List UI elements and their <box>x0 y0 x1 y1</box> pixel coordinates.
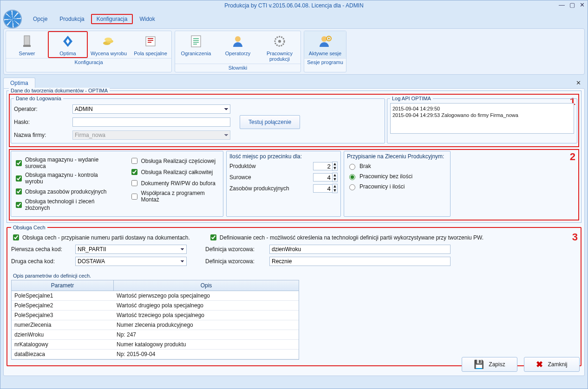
chk-option[interactable]: Obsługa Realizacji częściowej <box>130 156 220 165</box>
tab-close-icon[interactable]: ✕ <box>576 79 581 86</box>
ogran-button-icon <box>189 34 203 49</box>
menu-produkcja[interactable]: Produkcja <box>54 14 90 24</box>
chk-option[interactable]: Obsługa magazynu - wydanie surowca <box>14 156 116 169</box>
druga-cecha-combo[interactable]: DOSTAWA <box>75 257 187 266</box>
checkbox[interactable] <box>131 194 137 200</box>
radio[interactable] <box>349 164 355 170</box>
table-row[interactable]: numerZleceniaNumer zlecenia produkcyjneg… <box>12 320 299 330</box>
cell-opis: Numer katalogowy produktu <box>114 340 299 349</box>
ribbon-group-konfiguracja: Konfiguracja <box>6 58 171 66</box>
lbl-def1: Definicja wzorcowa: <box>205 246 266 253</box>
svg-rect-1 <box>23 45 31 47</box>
decimals-legend: Ilość miejsc po przecinku dla: <box>229 153 338 160</box>
checkbox[interactable] <box>131 180 137 186</box>
radio-option[interactable]: Pracownicy i ilości <box>347 183 447 190</box>
fs-params: Opis parametrów do definicji cech. Param… <box>11 271 577 360</box>
table-row[interactable]: PoleSpecjalne1Wartość pierwszego pola sp… <box>12 291 299 301</box>
decimal-input[interactable] <box>313 162 333 170</box>
fs-cech: Obsługa Cech 3 Obsługa cech - przypisani… <box>7 225 581 366</box>
log-body: 2015-09-04 14:29:502015-09-04 14:29:53 Z… <box>390 103 574 134</box>
annotation-3: 3 <box>572 231 578 243</box>
fs-outer-legend: Dane do tworzenia dokumentów - OPTIMA <box>9 88 110 93</box>
menu-widok[interactable]: Widok <box>134 14 160 24</box>
radio-option[interactable]: Brak <box>347 162 447 170</box>
menu-konfiguracja[interactable]: Konfiguracja <box>91 14 133 24</box>
chk-option[interactable]: Obsługa technologii i zleceń złożonych <box>14 198 116 211</box>
table-row[interactable]: dzienWrokuNp: 247 <box>12 330 299 340</box>
oper-button[interactable]: Operatorzy <box>217 31 259 64</box>
table-row[interactable]: PoleSpecjalne3Wartość trzeciego pola spe… <box>12 311 299 320</box>
lbl-operator: Operator: <box>14 106 70 112</box>
spin-buttons[interactable]: ▲▼ <box>332 184 338 193</box>
table-row[interactable]: PoleSpecjalne2Wartość drugiego pola spec… <box>12 301 299 311</box>
cell-opis: Wartość pierwszego pola specjalnego <box>114 291 299 300</box>
maximize-icon[interactable]: ▢ <box>569 2 575 8</box>
chk-option[interactable]: Obsługa Realizacji całkowitej <box>130 168 220 176</box>
optima-button[interactable]: Optima <box>48 31 88 58</box>
chk-option[interactable]: Obsługa zasobów produkcyjnych <box>14 187 116 196</box>
cell-opis: Wartość drugiego pola specjalnego <box>114 301 299 310</box>
decimal-spinner[interactable]: ▲▼ <box>313 162 338 171</box>
def1-input[interactable] <box>269 245 451 254</box>
checkbox[interactable] <box>16 188 22 194</box>
haslo-input[interactable] <box>72 117 230 127</box>
cell-param: numerZlecenia <box>12 320 114 330</box>
chk-cech-2[interactable] <box>210 234 216 240</box>
ribbon-group-słowniki: Słowniki <box>175 64 301 72</box>
oper-button-icon <box>230 34 245 49</box>
operator-combo[interactable]: ADMIN <box>72 104 230 114</box>
col-opis[interactable]: Opis <box>114 280 299 291</box>
sesje-button[interactable]: Aktywne sesje <box>304 31 346 58</box>
fs-log: Log API OPTIMA 2015-09-04 14:29:502015-0… <box>387 96 577 143</box>
lbl-def2: Definicja wzorcowa: <box>205 258 266 265</box>
radio[interactable] <box>349 184 355 190</box>
save-button[interactable]: 💾 Zapisz <box>462 357 517 372</box>
checkbox[interactable] <box>16 202 22 208</box>
app-window: Produkcja by CTI v.2015.06.04.08. Licenc… <box>0 0 588 389</box>
test-connection-button[interactable]: Testuj połączenie <box>240 115 300 129</box>
close-button[interactable]: ✖ Zamknij <box>524 357 580 372</box>
cell-param: PoleSpecjalne1 <box>12 291 114 300</box>
col-parametr[interactable]: Parametr <box>12 280 114 291</box>
serwer-button[interactable]: Serwer <box>6 31 48 58</box>
svg-rect-0 <box>24 36 30 45</box>
chk-option[interactable]: Obsługa magazynu - kontrola wyrobu <box>14 172 116 185</box>
spin-buttons[interactable]: ▲▼ <box>332 173 338 182</box>
chk-cech-definiowanie[interactable]: Definiowanie cech - możliwość określenia… <box>209 233 483 242</box>
app-logo-icon <box>3 10 22 28</box>
checkbox[interactable] <box>131 158 137 164</box>
radio-option[interactable]: Pracownicy bez ilości <box>347 173 447 180</box>
wycena-button[interactable]: Wycena wyrobu <box>88 31 130 58</box>
nazwa-firmy-combo[interactable]: Firma_nowa <box>72 130 230 140</box>
tab-optima[interactable]: Optima <box>3 78 35 88</box>
checkbox[interactable] <box>131 169 137 175</box>
decimal-spinner[interactable]: ▲▼ <box>313 184 338 193</box>
menu-bar: OpcjeProdukcjaKonfiguracjaWidok <box>27 14 161 24</box>
pola-button[interactable]: Pola specjalne <box>130 31 171 58</box>
cell-param: dataBiezaca <box>12 350 114 359</box>
fs-decimals: Ilość miejsc po przecinku dla: Produktów… <box>226 151 341 217</box>
chk-option[interactable]: Dokumenty RW/PW do bufora <box>130 179 220 188</box>
radio[interactable] <box>349 174 355 180</box>
svg-point-9 <box>278 40 281 43</box>
ribbon-group-sesje programu: Sesje programu <box>304 58 346 66</box>
pierwsza-cecha-combo[interactable]: NR_PARTII <box>75 245 187 254</box>
chk-cech-przypisanie[interactable]: Obsługa cech - przypisanie numeru partii… <box>11 233 190 242</box>
decimal-spinner[interactable]: ▲▼ <box>313 173 338 182</box>
checkbox[interactable] <box>16 160 22 166</box>
close-icon[interactable]: ✕ <box>580 2 585 8</box>
menu-opcje[interactable]: Opcje <box>27 14 53 24</box>
decimal-input[interactable] <box>313 184 333 193</box>
chk-cech-1[interactable] <box>13 234 19 240</box>
spin-buttons[interactable]: ▲▼ <box>332 162 338 171</box>
table-row[interactable]: dataBiezacaNp: 2015-09-04 <box>12 350 299 359</box>
decimal-input[interactable] <box>313 173 333 182</box>
def2-input[interactable] <box>269 257 451 266</box>
params-grid[interactable]: Parametr Opis PoleSpecjalne1Wartość pier… <box>11 280 299 360</box>
minimize-icon[interactable]: — <box>559 2 565 8</box>
table-row[interactable]: nrKatalogowyNumer katalogowy produktu <box>12 340 299 350</box>
chk-option[interactable]: Współpraca z programem Montaż <box>130 190 220 203</box>
pracprod-button[interactable]: Pracownicy produkcji <box>259 31 301 64</box>
ogran-button[interactable]: Ograniczenia <box>175 31 217 64</box>
checkbox[interactable] <box>16 175 22 182</box>
